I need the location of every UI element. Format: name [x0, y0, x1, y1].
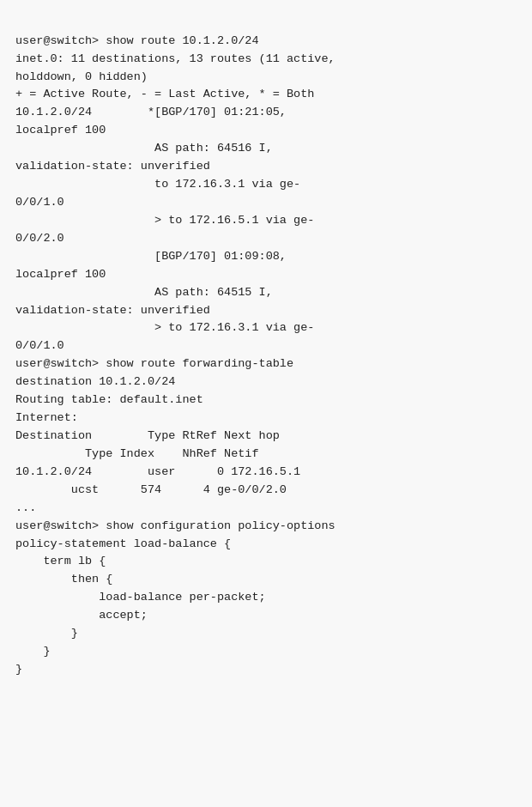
terminal-line-dots: ... [15, 500, 517, 518]
terminal-line-route1c: AS path: 64516 I, [15, 140, 517, 158]
terminal-line-route1f: 0/0/1.0 [15, 194, 517, 212]
terminal-line-route1g: > to 172.16.5.1 via ge- [15, 212, 517, 230]
terminal-line-route1a: 10.1.2.0/24 *[BGP/170] 01:21:05, [15, 104, 517, 122]
terminal-line-info2: holddown, 0 hidden) [15, 69, 517, 87]
terminal-line-cmd3: user@switch> show configuration policy-o… [15, 518, 517, 536]
terminal-line-table5: 10.1.2.0/24 user 0 172.16.5.1 [15, 464, 517, 482]
terminal-line-table2: Internet: [15, 410, 517, 428]
terminal-line-policy5: accept; [15, 607, 517, 625]
terminal-line-table3: Destination Type RtRef Next hop [15, 428, 517, 446]
terminal-line-table6: ucst 574 4 ge-0/0/2.0 [15, 482, 517, 500]
terminal-line-route1e: to 172.16.3.1 via ge- [15, 176, 517, 194]
terminal-line-route2a: [BGP/170] 01:09:08, [15, 248, 517, 266]
terminal-line-policy2: term lb { [15, 553, 517, 571]
terminal-line-route2c: AS path: 64515 I, [15, 284, 517, 302]
terminal-line-route2f: 0/0/1.0 [15, 337, 517, 355]
terminal-line-policy8: } [15, 661, 517, 679]
terminal-line-route2d: validation-state: unverified [15, 302, 517, 320]
terminal-line-policy3: then { [15, 571, 517, 589]
terminal-line-policy1: policy-statement load-balance { [15, 536, 517, 554]
terminal-line-route2b: localpref 100 [15, 266, 517, 284]
terminal-line-table4: Type Index NhRef Netif [15, 446, 517, 464]
terminal-line-legend: + = Active Route, - = Last Active, * = B… [15, 86, 517, 104]
terminal-line-policy6: } [15, 625, 517, 643]
terminal-line-cmd2b: destination 10.1.2.0/24 [15, 373, 517, 391]
terminal-line-table1: Routing table: default.inet [15, 391, 517, 410]
terminal-line-route1d: validation-state: unverified [15, 158, 517, 176]
terminal-line-policy7: } [15, 643, 517, 661]
terminal-line-route1h: 0/0/2.0 [15, 230, 517, 248]
terminal-line-route1b: localpref 100 [15, 122, 517, 140]
terminal-output: user@switch> show route 10.1.2.0/24inet.… [0, 0, 532, 807]
terminal-line-cmd1: user@switch> show route 10.1.2.0/24 [15, 33, 517, 51]
terminal-line-cmd2: user@switch> show route forwarding-table [15, 355, 517, 373]
terminal-line-route2e: > to 172.16.3.1 via ge- [15, 319, 517, 337]
terminal-line-policy4: load-balance per-packet; [15, 589, 517, 607]
terminal-line-info1: inet.0: 11 destinations, 13 routes (11 a… [15, 51, 517, 69]
